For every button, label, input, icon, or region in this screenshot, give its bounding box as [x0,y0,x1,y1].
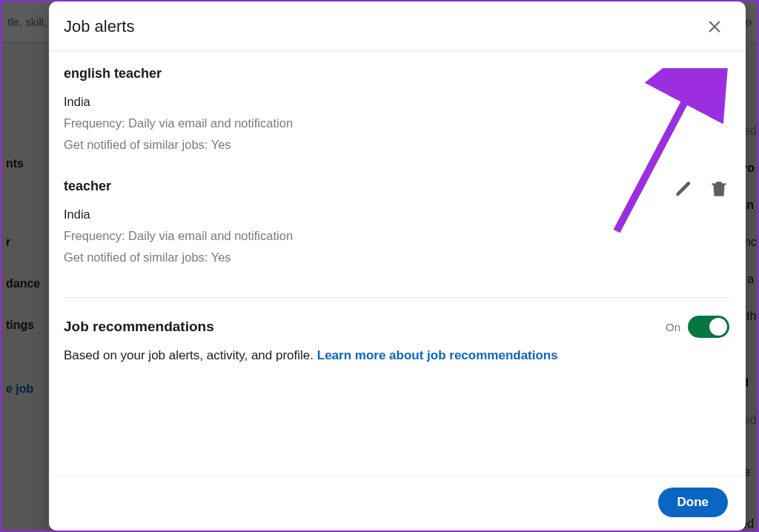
toggle-label: On [666,321,680,333]
job-alerts-modal: Job alerts english teacher India Frequen… [49,1,746,531]
recommendations-heading: Job recommendations [64,319,214,335]
close-icon [706,19,723,35]
edit-alert-button[interactable] [673,66,694,87]
recommendations-subtext: Based on your job alerts, activity, and … [64,348,729,363]
pencil-icon [674,179,693,199]
job-alert-item: english teacher India Frequency: Daily v… [64,66,729,179]
learn-more-link[interactable]: Learn more about job recommendations [317,348,558,362]
job-recommendations-section: Job recommendations On Based on your job… [64,316,729,363]
close-button[interactable] [701,13,728,40]
alert-location: India [64,95,729,109]
alert-similar: Get notified of similar jobs: Yes [64,250,729,265]
delete-alert-button[interactable] [709,179,729,199]
alert-title: teacher [64,179,729,194]
alert-similar: Get notified of similar jobs: Yes [64,138,729,152]
job-alert-item: teacher India Frequency: Daily via email… [64,179,729,291]
pencil-icon [674,67,693,86]
modal-footer: Done [49,476,746,531]
alert-location: India [64,207,729,222]
alert-frequency: Frequency: Daily via email and notificat… [64,229,729,243]
modal-body: english teacher India Frequency: Daily v… [49,51,746,476]
alert-title: english teacher [64,66,729,82]
trash-icon [709,67,729,86]
delete-alert-button[interactable] [709,66,729,87]
edit-alert-button[interactable] [673,179,694,199]
modal-header: Job alerts [49,1,746,51]
recommendations-toggle[interactable] [688,316,729,338]
divider [64,297,729,298]
trash-icon [709,179,729,199]
modal-title: Job alerts [64,17,134,36]
done-button[interactable]: Done [658,488,729,517]
alert-frequency: Frequency: Daily via email and notificat… [64,116,729,130]
